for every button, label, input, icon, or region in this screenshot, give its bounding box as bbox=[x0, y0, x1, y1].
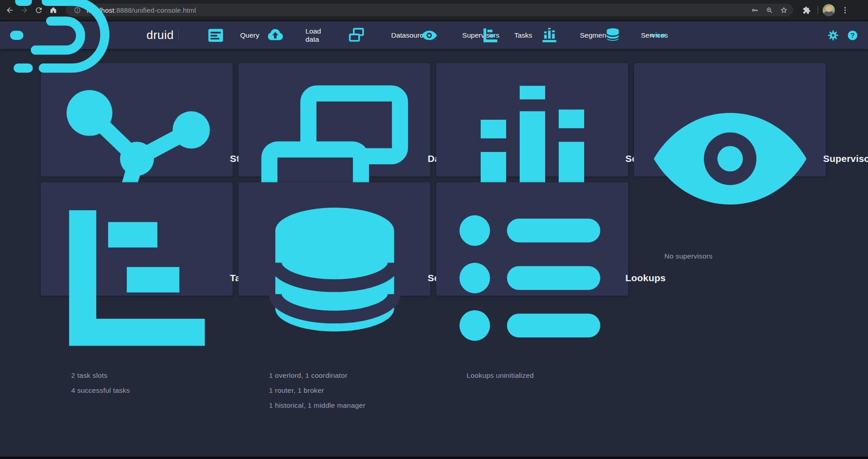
password-manager-icon[interactable] bbox=[749, 4, 761, 16]
card-line: Lookups uninitialized bbox=[467, 368, 617, 383]
puzzle-icon bbox=[802, 6, 811, 15]
navbar-separator bbox=[313, 29, 314, 41]
nav-item-services[interactable]: Services bbox=[584, 27, 642, 44]
nav-item-load-data[interactable]: Load data bbox=[244, 27, 307, 44]
browser-menu-button[interactable] bbox=[838, 3, 852, 17]
card-body: No supervisors bbox=[664, 249, 815, 264]
card-line: 4 successful tasks bbox=[71, 383, 222, 398]
toolbar-separator bbox=[818, 6, 818, 14]
card-datasources[interactable]: Datasources1 datasource bbox=[239, 63, 430, 176]
window-edge bbox=[0, 457, 868, 459]
profile-avatar[interactable] bbox=[823, 4, 835, 16]
card-line: 2 task slots bbox=[71, 368, 222, 383]
upload-icon bbox=[249, 27, 302, 44]
card-body: Lookups uninitialized bbox=[467, 368, 617, 383]
brand-text: druid bbox=[146, 28, 174, 42]
nav-item-segments[interactable]: Segments bbox=[518, 27, 581, 44]
help-button[interactable]: ? bbox=[847, 30, 858, 41]
card-line: 1 overlord, 1 coordinator bbox=[269, 368, 419, 383]
card-body: 2 task slots4 successful tasks bbox=[71, 368, 222, 398]
navbar-items: QueryLoad dataDatasourcesSupervisorsTask… bbox=[190, 21, 672, 49]
db-icon bbox=[589, 27, 637, 44]
druid-logo-icon bbox=[6, 0, 142, 79]
home-view: StatusApache Druid is running version 30… bbox=[0, 49, 868, 457]
nav-item-datasources[interactable]: Datasources bbox=[321, 27, 392, 44]
nav-item-query[interactable]: Query bbox=[190, 27, 241, 44]
druid-navbar: druid QueryLoad dataDatasourcesSuperviso… bbox=[0, 21, 868, 49]
svg-text:?: ? bbox=[851, 32, 855, 39]
card-lookups[interactable]: LookupsLookups uninitialized bbox=[436, 182, 628, 296]
card-segments[interactable]: Segments1 active segment1 segment cached… bbox=[436, 63, 628, 176]
druid-brand[interactable]: druid bbox=[6, 0, 174, 79]
gantt-icon bbox=[52, 193, 222, 363]
card-services[interactable]: Services1 overlord, 1 coordinator1 route… bbox=[239, 182, 430, 296]
nav-item-tasks[interactable]: Tasks bbox=[466, 27, 515, 44]
query-icon bbox=[195, 27, 236, 44]
eye-icon bbox=[645, 74, 815, 244]
gantt-icon bbox=[471, 27, 510, 44]
datasources-icon bbox=[326, 27, 387, 44]
card-line: 1 historical, 1 middle manager bbox=[269, 398, 419, 413]
card-title: Lookups bbox=[625, 273, 666, 283]
settings-button[interactable] bbox=[828, 30, 839, 41]
address-bar[interactable]: localhost:8888/unified-console.html bbox=[66, 4, 793, 16]
cards-grid: StatusApache Druid is running version 30… bbox=[41, 63, 826, 296]
card-status[interactable]: StatusApache Druid is running version 30… bbox=[41, 63, 233, 176]
help-icon: ? bbox=[847, 30, 858, 41]
db-icon bbox=[250, 193, 419, 363]
zoom-icon[interactable] bbox=[763, 4, 775, 16]
card-header: Supervisors bbox=[645, 74, 815, 244]
card-supervisors[interactable]: SupervisorsNo supervisors bbox=[634, 63, 826, 176]
bookmark-star-icon[interactable] bbox=[778, 4, 790, 16]
nav-item-supervisors[interactable]: Supervisors bbox=[395, 27, 463, 44]
kebab-menu-icon bbox=[841, 6, 849, 15]
card-tasks[interactable]: Tasks2 task slots4 successful tasks bbox=[41, 182, 233, 296]
card-title: Supervisors bbox=[823, 153, 868, 164]
eye-icon bbox=[400, 27, 458, 44]
properties-icon bbox=[448, 193, 617, 363]
gear-icon bbox=[828, 30, 839, 41]
more-icon bbox=[649, 27, 667, 44]
segments-icon bbox=[523, 27, 576, 44]
card-line: No supervisors bbox=[664, 249, 815, 264]
card-header: Lookups bbox=[448, 193, 617, 363]
card-header: Tasks bbox=[52, 193, 222, 363]
card-body: 1 overlord, 1 coordinator1 router, 1 bro… bbox=[269, 368, 419, 413]
extensions-button[interactable] bbox=[800, 3, 813, 17]
card-header: Services bbox=[250, 193, 419, 363]
browser-window: localhost:8888/unified-console.html drui… bbox=[0, 0, 868, 459]
card-line: 1 router, 1 broker bbox=[269, 383, 419, 398]
navbar-separator bbox=[178, 29, 179, 41]
navbar-right-controls: ? bbox=[828, 30, 858, 41]
nav-item-more[interactable] bbox=[644, 27, 672, 44]
